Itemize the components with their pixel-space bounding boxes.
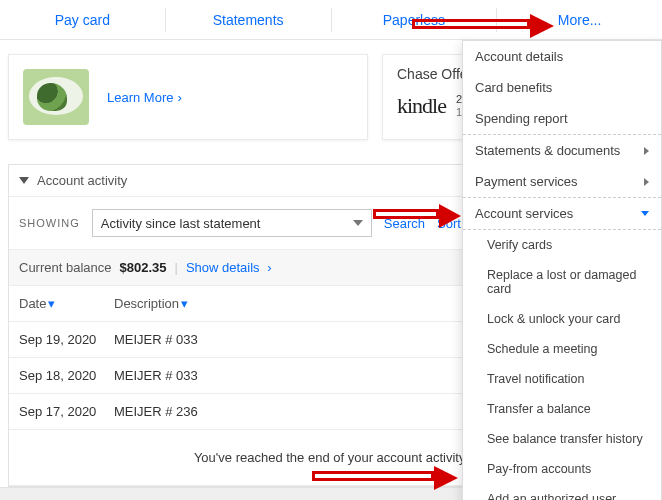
showing-label: SHOWING	[19, 217, 80, 229]
chevron-right-icon	[644, 178, 649, 186]
menu-item-account-details[interactable]: Account details	[463, 41, 661, 72]
menu-item-card-benefits[interactable]: Card benefits	[463, 72, 661, 103]
cell-date: Sep 17, 2020	[19, 404, 114, 419]
select-value: Activity since last statement	[101, 216, 261, 231]
tab-statements[interactable]: Statements	[166, 0, 331, 39]
annotation-arrow-more	[412, 16, 556, 36]
submenu-add-authorized-user[interactable]: Add an authorized user	[463, 484, 661, 500]
chevron-down-icon	[353, 220, 363, 226]
tab-pay-card[interactable]: Pay card	[0, 0, 165, 39]
submenu-balance-history[interactable]: See balance transfer history	[463, 424, 661, 454]
annotation-arrow-account-services	[373, 206, 463, 226]
sort-icon: ▾	[48, 296, 55, 311]
collapse-icon	[19, 177, 29, 184]
submenu-verify-cards[interactable]: Verify cards	[463, 230, 661, 260]
sort-icon: ▾	[181, 296, 188, 311]
promo-image	[23, 69, 89, 125]
submenu-travel-notification[interactable]: Travel notification	[463, 364, 661, 394]
col-date-header[interactable]: Date▾	[19, 296, 114, 311]
more-dropdown: Account details Card benefits Spending r…	[462, 40, 662, 500]
cell-date: Sep 19, 2020	[19, 332, 114, 347]
menu-item-payment-services[interactable]: Payment services	[463, 166, 661, 197]
balance-label: Current balance	[19, 260, 112, 275]
cell-date: Sep 18, 2020	[19, 368, 114, 383]
promo-card: Learn More›	[8, 54, 368, 140]
chevron-down-icon	[641, 211, 649, 216]
panel-title: Account activity	[37, 173, 127, 188]
chevron-right-icon: ›	[267, 260, 271, 275]
activity-filter-select[interactable]: Activity since last statement	[92, 209, 372, 237]
learn-more-label: Learn More	[107, 90, 173, 105]
show-details-link[interactable]: Show details ›	[186, 260, 272, 275]
submenu-lock-unlock[interactable]: Lock & unlock your card	[463, 304, 661, 334]
submenu-replace-card[interactable]: Replace a lost or damaged card	[463, 260, 661, 304]
menu-item-account-services[interactable]: Account services	[463, 198, 661, 229]
menu-item-spending-report[interactable]: Spending report	[463, 103, 661, 134]
show-details-label: Show details	[186, 260, 260, 275]
menu-item-statements-documents[interactable]: Statements & documents	[463, 135, 661, 166]
chevron-right-icon	[644, 147, 649, 155]
top-nav: Pay card Statements Paperless More...	[0, 0, 662, 40]
submenu-schedule-meeting[interactable]: Schedule a meeting	[463, 334, 661, 364]
submenu-pay-from-accounts[interactable]: Pay-from accounts	[463, 454, 661, 484]
annotation-arrow-add-authorized-user	[312, 468, 460, 488]
learn-more-link[interactable]: Learn More›	[107, 90, 182, 105]
chevron-right-icon: ›	[177, 90, 181, 105]
balance-amount: $802.35	[120, 260, 167, 275]
submenu-transfer-balance[interactable]: Transfer a balance	[463, 394, 661, 424]
offer-brand: kindle	[397, 93, 446, 119]
